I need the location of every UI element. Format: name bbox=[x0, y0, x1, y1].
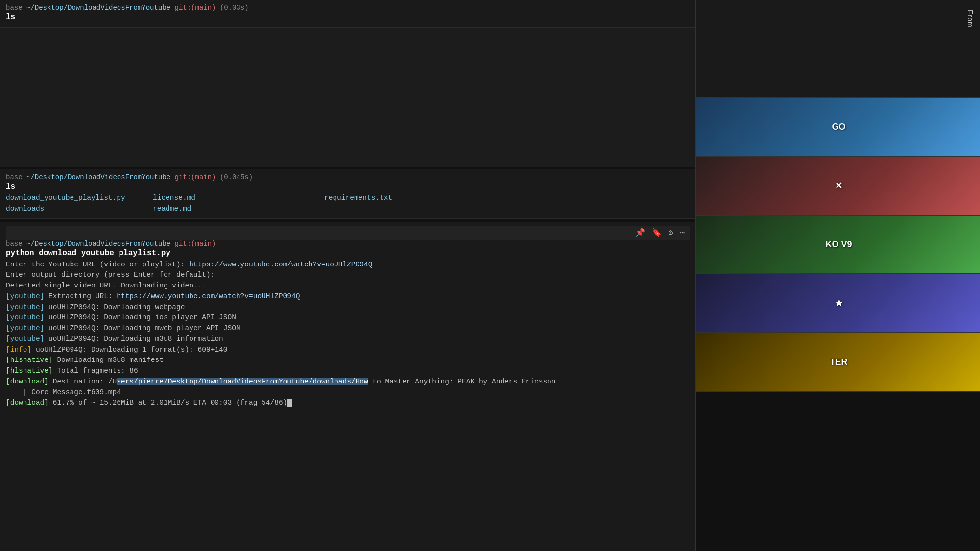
output-line-9: [info] uoUHlZP094Q: Downloading 1 format… bbox=[6, 345, 690, 356]
thumb-text-2: ✕ bbox=[831, 176, 846, 195]
output-line-6: [youtube] uoUHlZP094Q: Downloading ios p… bbox=[6, 312, 690, 323]
command-3: python download_youtube_playlist.py bbox=[6, 249, 690, 258]
prompt-base-3: base bbox=[6, 240, 26, 248]
file-4: downloads bbox=[6, 204, 153, 215]
yt-bracket-3: [youtube] bbox=[6, 313, 44, 321]
terminal-toolbar: 📌 🔖 ⚙ ⋯ bbox=[6, 226, 690, 240]
output-line-4: [youtube] Extracting URL: https://www.yo… bbox=[6, 291, 690, 302]
prompt-1: base ~/Desktop/DownloadVideosFromYoutube… bbox=[6, 4, 690, 12]
prompt-git-3: git:(main) bbox=[174, 240, 215, 248]
url-2: https://www.youtube.com/watch?v=uoUHlZP0… bbox=[117, 292, 300, 300]
output-line-7: [youtube] uoUHlZP094Q: Downloading mweb … bbox=[6, 323, 690, 334]
file-empty bbox=[324, 204, 690, 215]
info-bracket-1: [info] bbox=[6, 346, 31, 354]
dest-path-highlight: sers/pierre/Desktop/DownloadVideosFromYo… bbox=[117, 378, 368, 385]
app-layout: base ~/Desktop/DownloadVideosFromYoutube… bbox=[0, 0, 980, 551]
thumb-item-1[interactable]: GO bbox=[696, 98, 980, 157]
yt-bracket-1: [youtube] bbox=[6, 292, 44, 300]
terminal-pane: base ~/Desktop/DownloadVideosFromYoutube… bbox=[0, 0, 695, 551]
blank-terminal-area bbox=[0, 28, 695, 167]
output-2: download_youtube_playlist.py license.md … bbox=[6, 193, 690, 215]
output-line-8: [youtube] uoUHlZP094Q: Downloading m3u8 … bbox=[6, 334, 690, 345]
file-3: requirements.txt bbox=[324, 193, 690, 204]
terminal-block-3: 📌 🔖 ⚙ ⋯ base ~/Desktop/DownloadVideosFro… bbox=[0, 222, 695, 551]
output-line-3: Detected single video URL. Downloading v… bbox=[6, 281, 690, 291]
prompt-base-2: base bbox=[6, 173, 26, 181]
thumb-text-3: KO V9 bbox=[821, 236, 856, 254]
prompt-2: base ~/Desktop/DownloadVideosFromYoutube… bbox=[6, 173, 690, 181]
hls-bracket-1: [hlsnative] bbox=[6, 356, 53, 364]
pin-icon[interactable]: 📌 bbox=[635, 228, 645, 238]
output-line-14: [download] 61.7% of ~ 15.26MiB at 2.01Mi… bbox=[6, 398, 690, 408]
file-2: license.md bbox=[153, 193, 324, 204]
terminal-block-2: base ~/Desktop/DownloadVideosFromYoutube… bbox=[0, 169, 695, 219]
thumb-item-3[interactable]: KO V9 bbox=[696, 216, 980, 274]
prompt-base-1: base bbox=[6, 4, 26, 12]
prompt-dir-3: ~/Desktop/DownloadVideosFromYoutube bbox=[26, 240, 170, 248]
prompt-timing-2: (0.045s) bbox=[220, 173, 253, 181]
prompt-git-1: git:(main) bbox=[174, 4, 215, 12]
yt-bracket-2: [youtube] bbox=[6, 303, 44, 311]
thumb-text-4: ★ bbox=[831, 294, 847, 312]
thumb-item-5[interactable]: TER bbox=[696, 333, 980, 392]
sidebar-thumbnails: GO ✕ KO V9 ★ TER bbox=[696, 98, 980, 392]
prompt-git-2: git:(main) bbox=[174, 173, 215, 181]
file-5: readme.md bbox=[153, 204, 324, 215]
thumb-item-4[interactable]: ★ bbox=[696, 274, 980, 333]
output-line-5: [youtube] uoUHlZP094Q: Downloading webpa… bbox=[6, 302, 690, 313]
prompt-dir-1: ~/Desktop/DownloadVideosFromYoutube bbox=[26, 4, 170, 12]
thumb-text-1: GO bbox=[828, 118, 849, 136]
filter-icon[interactable]: ⚙ bbox=[669, 228, 673, 238]
dl-bracket-2: [download] bbox=[6, 399, 48, 407]
sidebar-empty bbox=[696, 392, 980, 551]
sidebar-from-section: From bbox=[696, 0, 980, 98]
prompt-3: base ~/Desktop/DownloadVideosFromYoutube… bbox=[6, 240, 690, 248]
output-3: Enter the YouTube URL (video or playlist… bbox=[6, 260, 690, 409]
command-1: ls bbox=[6, 13, 690, 22]
thumb-text-5: TER bbox=[826, 353, 852, 371]
cursor bbox=[287, 399, 292, 407]
sidebar-pane: From GO ✕ KO V9 ★ TER bbox=[695, 0, 980, 551]
yt-bracket-4: [youtube] bbox=[6, 324, 44, 332]
terminal-block-1: base ~/Desktop/DownloadVideosFromYoutube… bbox=[0, 0, 695, 28]
prompt-timing-1: (0.03s) bbox=[220, 4, 249, 12]
more-icon[interactable]: ⋯ bbox=[680, 228, 685, 238]
file-list: download_youtube_playlist.py license.md … bbox=[6, 193, 690, 215]
output-line-2: Enter output directory (press Enter for … bbox=[6, 270, 690, 281]
yt-bracket-5: [youtube] bbox=[6, 335, 44, 343]
dl-bracket-1: [download] bbox=[6, 378, 48, 385]
output-line-13: | Core Message.f609.mp4 bbox=[6, 387, 690, 398]
bookmark-icon[interactable]: 🔖 bbox=[652, 228, 662, 238]
file-1: download_youtube_playlist.py bbox=[6, 193, 153, 204]
output-line-11: [hlsnative] Total fragments: 86 bbox=[6, 366, 690, 377]
hls-bracket-2: [hlsnative] bbox=[6, 367, 53, 375]
sidebar-from-label: From bbox=[963, 5, 977, 33]
output-line-1: Enter the YouTube URL (video or playlist… bbox=[6, 260, 690, 270]
command-2: ls bbox=[6, 182, 690, 191]
output-line-12: [download] Destination: /Users/pierre/De… bbox=[6, 377, 690, 387]
thumb-item-2[interactable]: ✕ bbox=[696, 157, 980, 216]
url-1: https://www.youtube.com/watch?v=uoUHlZP0… bbox=[189, 261, 372, 268]
prompt-dir-2: ~/Desktop/DownloadVideosFromYoutube bbox=[26, 173, 170, 181]
output-line-10: [hlsnative] Downloading m3u8 manifest bbox=[6, 355, 690, 366]
